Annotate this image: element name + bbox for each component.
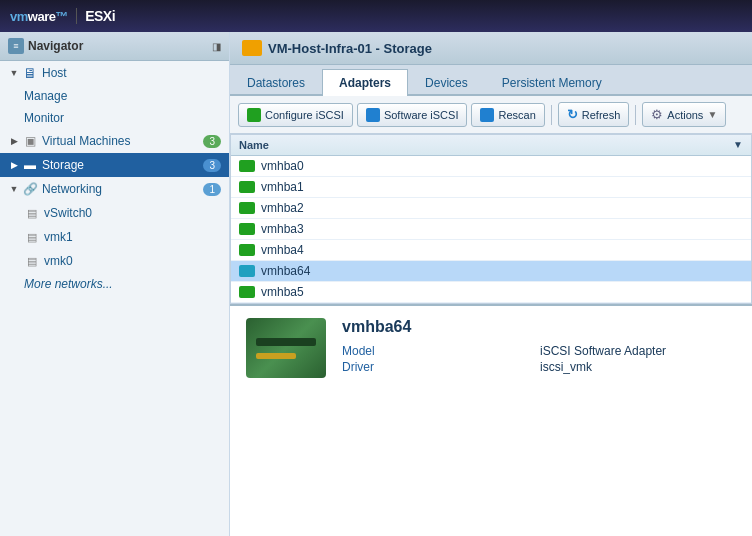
networking-badge: 1 — [203, 183, 221, 196]
vmk1-icon: ▤ — [24, 229, 40, 245]
vms-label: Virtual Machines — [42, 134, 131, 148]
sidebar: ≡ Navigator ◨ ▼ 🖥 Host Manage Monitor ▶ … — [0, 32, 230, 536]
model-label: Model — [342, 344, 538, 358]
networking-icon: 🔗 — [22, 181, 38, 197]
host-icon: 🖥 — [22, 65, 38, 81]
sidebar-item-more-networks[interactable]: More networks... — [0, 273, 229, 295]
driver-label: Driver — [342, 360, 538, 374]
detail-info: vmhba64 Model iSCSI Software Adapter Dri… — [342, 318, 736, 524]
row-icon-vmhba1 — [239, 181, 255, 193]
sidebar-content: ▼ 🖥 Host Manage Monitor ▶ ▣ Virtual Mach… — [0, 61, 229, 536]
table-row[interactable]: vmhba2 — [231, 198, 751, 219]
row-icon-vmhba5 — [239, 286, 255, 298]
nav-icon: ≡ — [8, 38, 24, 54]
vmhba4-label: vmhba4 — [261, 243, 304, 257]
rescan-button[interactable]: Rescan — [471, 103, 544, 127]
refresh-button[interactable]: ↻ Refresh — [558, 102, 630, 127]
name-column-header: Name — [239, 139, 269, 151]
host-toggle[interactable]: ▼ — [8, 67, 20, 79]
tab-persistent-memory[interactable]: Persistent Memory — [485, 69, 619, 96]
main-layout: ≡ Navigator ◨ ▼ 🖥 Host Manage Monitor ▶ … — [0, 32, 752, 536]
detail-panel: vmhba64 Model iSCSI Software Adapter Dri… — [230, 304, 752, 536]
detail-grid: Model iSCSI Software Adapter Driver iscs… — [342, 344, 736, 374]
sidebar-header: ≡ Navigator ◨ — [0, 32, 229, 61]
tab-adapters[interactable]: Adapters — [322, 69, 408, 96]
vswitch-icon: ▤ — [24, 205, 40, 221]
detail-device-name: vmhba64 — [342, 318, 736, 336]
vmhba2-label: vmhba2 — [261, 201, 304, 215]
actions-gear-icon: ⚙ — [651, 107, 663, 122]
sidebar-item-manage[interactable]: Manage — [0, 85, 229, 107]
vms-badge: 3 — [203, 135, 221, 148]
sidebar-collapse-icon[interactable]: ◨ — [212, 41, 221, 52]
monitor-label: Monitor — [24, 111, 64, 125]
more-networks-label: More networks... — [24, 277, 113, 291]
storage-toggle[interactable]: ▶ — [8, 159, 20, 171]
rescan-label: Rescan — [498, 109, 535, 121]
vms-icon: ▣ — [22, 133, 38, 149]
top-bar: vmware™ ESXi — [0, 0, 752, 32]
sidebar-title: ≡ Navigator — [8, 38, 83, 54]
sidebar-item-storage[interactable]: ▶ ▬ Storage 3 — [0, 153, 229, 177]
tab-devices[interactable]: Devices — [408, 69, 485, 96]
vmhba3-label: vmhba3 — [261, 222, 304, 236]
sidebar-item-vms[interactable]: ▶ ▣ Virtual Machines 3 — [0, 129, 229, 153]
adapters-table: Name ▼ vmhba0 vmhba1 vmhba2 vmhba3 v — [230, 134, 752, 304]
storage-label: Storage — [42, 158, 84, 172]
vmhba5-label: vmhba5 — [261, 285, 304, 299]
device-image — [246, 318, 326, 378]
vms-toggle[interactable]: ▶ — [8, 135, 20, 147]
tab-datastores[interactable]: Datastores — [230, 69, 322, 96]
content-header: VM-Host-Infra-01 - Storage — [230, 32, 752, 65]
vmhba0-label: vmhba0 — [261, 159, 304, 173]
networking-toggle[interactable]: ▼ — [8, 183, 20, 195]
storage-badge: 3 — [203, 159, 221, 172]
row-icon-vmhba4 — [239, 244, 255, 256]
table-row[interactable]: vmhba0 — [231, 156, 751, 177]
sidebar-item-vmk1[interactable]: ▤ vmk1 — [0, 225, 229, 249]
driver-value: iscsi_vmk — [540, 360, 736, 374]
vmk1-label: vmk1 — [44, 230, 73, 244]
software-iscsi-button[interactable]: Software iSCSI — [357, 103, 468, 127]
vmhba64-label: vmhba64 — [261, 264, 310, 278]
sort-icon: ▼ — [733, 139, 743, 151]
esxi-label: ESXi — [76, 8, 115, 24]
actions-button[interactable]: ⚙ Actions ▼ — [642, 102, 726, 127]
content-area: VM-Host-Infra-01 - Storage Datastores Ad… — [230, 32, 752, 536]
networking-label: Networking — [42, 182, 102, 196]
table-row[interactable]: vmhba5 — [231, 282, 751, 303]
configure-iscsi-button[interactable]: Configure iSCSI — [238, 103, 353, 127]
table-row[interactable]: vmhba1 — [231, 177, 751, 198]
vmk0-icon: ▤ — [24, 253, 40, 269]
storage-icon: ▬ — [22, 157, 38, 173]
refresh-icon: ↻ — [567, 107, 578, 122]
table-header-row: Name ▼ — [231, 135, 751, 156]
content-header-title: VM-Host-Infra-01 - Storage — [268, 41, 432, 56]
vmhba1-label: vmhba1 — [261, 180, 304, 194]
refresh-label: Refresh — [582, 109, 621, 121]
table-row[interactable]: vmhba3 — [231, 219, 751, 240]
sidebar-item-vswitch0[interactable]: ▤ vSwitch0 — [0, 201, 229, 225]
table-row[interactable]: vmhba4 — [231, 240, 751, 261]
toolbar: Configure iSCSI Software iSCSI Rescan ↻ … — [230, 96, 752, 134]
row-icon-vmhba2 — [239, 202, 255, 214]
host-label: Host — [42, 66, 67, 80]
sidebar-item-host[interactable]: ▼ 🖥 Host — [0, 61, 229, 85]
rescan-icon — [480, 108, 494, 122]
vmware-logo: vmware™ ESXi — [10, 8, 115, 24]
row-icon-vmhba0 — [239, 160, 255, 172]
software-iscsi-icon — [366, 108, 380, 122]
configure-iscsi-icon — [247, 108, 261, 122]
toolbar-separator — [551, 105, 552, 125]
manage-label: Manage — [24, 89, 67, 103]
tab-bar: Datastores Adapters Devices Persistent M… — [230, 65, 752, 96]
software-iscsi-label: Software iSCSI — [384, 109, 459, 121]
sidebar-item-networking[interactable]: ▼ 🔗 Networking 1 — [0, 177, 229, 201]
vmk0-label: vmk0 — [44, 254, 73, 268]
brand-logo: vmware™ ESXi — [10, 8, 115, 24]
model-value: iSCSI Software Adapter — [540, 344, 736, 358]
sidebar-title-label: Navigator — [28, 39, 83, 53]
sidebar-item-vmk0[interactable]: ▤ vmk0 — [0, 249, 229, 273]
table-row-selected[interactable]: vmhba64 — [231, 261, 751, 282]
sidebar-item-monitor[interactable]: Monitor — [0, 107, 229, 129]
